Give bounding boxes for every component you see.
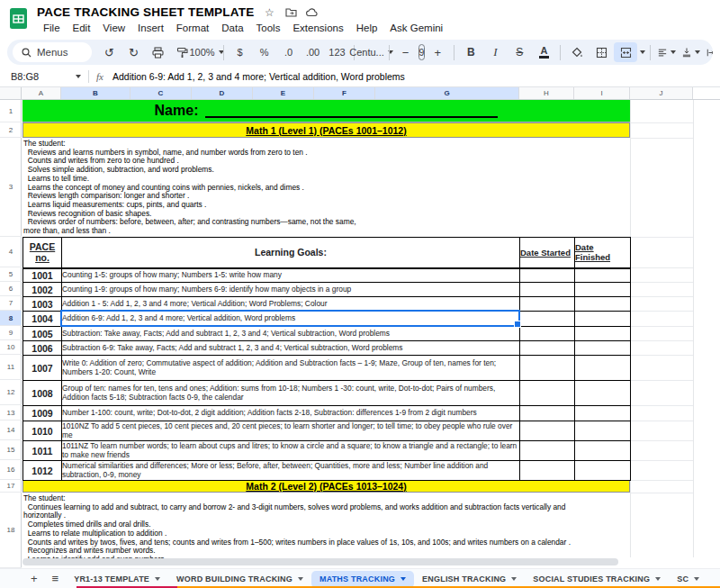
borders-button[interactable] bbox=[590, 42, 613, 62]
row-header-12[interactable]: 12 bbox=[0, 380, 22, 405]
learning-goal-cell[interactable]: Group of ten: names for ten, tens and on… bbox=[62, 381, 520, 406]
date-started-cell[interactable] bbox=[520, 312, 575, 327]
row-header-3[interactable]: 3 bbox=[0, 138, 22, 237]
learning-goal-cell[interactable]: Numerical similarities and differences; … bbox=[62, 461, 520, 481]
date-finished-cell[interactable] bbox=[575, 461, 631, 481]
learning-goal-cell[interactable]: Subtraction: Take away, Facts; Add and s… bbox=[62, 327, 520, 341]
column-header-j[interactable]: J bbox=[630, 87, 693, 99]
all-sheets-button[interactable]: ≡ bbox=[45, 571, 67, 587]
selection-fill-handle[interactable] bbox=[514, 321, 521, 328]
menu-item-format[interactable]: Format bbox=[170, 21, 215, 35]
sheet-tab-yr1-13-template[interactable]: YR1-13 TEMPLATE bbox=[66, 571, 168, 588]
pace-no-cell[interactable]: 1005 bbox=[23, 327, 62, 341]
menu-item-file[interactable]: File bbox=[37, 21, 67, 35]
row-header-5[interactable]: 5 bbox=[0, 267, 22, 282]
undo-button[interactable]: ↺ bbox=[98, 42, 122, 62]
row-header-13[interactable]: 13 bbox=[0, 405, 22, 421]
learning-goal-cell[interactable]: 1011NZ To learn number words; to learn a… bbox=[62, 441, 520, 461]
date-finished-cell[interactable] bbox=[575, 341, 631, 356]
row-header-7[interactable]: 7 bbox=[0, 296, 22, 311]
learning-goals-header[interactable]: Learning Goals: bbox=[62, 238, 520, 268]
redo-button[interactable]: ↻ bbox=[122, 42, 146, 62]
pace-no-cell[interactable]: 1007 bbox=[23, 356, 62, 381]
section-header-math1[interactable]: Math 1 (Level 1) (PACEs 1001–1012) bbox=[22, 122, 630, 138]
text-wrap-button[interactable] bbox=[704, 42, 713, 62]
pace-no-cell[interactable]: 1004 bbox=[23, 312, 62, 327]
row-header-10[interactable]: 10 bbox=[0, 340, 22, 355]
star-icon[interactable]: ☆ bbox=[263, 6, 275, 19]
pace-no-cell[interactable]: 1002 bbox=[23, 283, 62, 297]
document-title[interactable]: PACE TRACKING SHEET TEMPLATE bbox=[37, 5, 254, 19]
column-header-b[interactable]: B bbox=[61, 87, 130, 99]
menu-item-tools[interactable]: Tools bbox=[250, 21, 287, 35]
sheet-tab-social-studies-tracking[interactable]: SOCIAL STUDIES TRACKING bbox=[525, 571, 669, 588]
row-header-14[interactable]: 14 bbox=[0, 421, 22, 440]
row-header-2[interactable]: 2 bbox=[0, 122, 22, 138]
learning-goal-cell[interactable]: Number 1-100: count, write; Dot-to-dot, … bbox=[62, 406, 520, 421]
section-header-math2[interactable]: Math 2 (Level 2) (PACEs 1013–1024) bbox=[22, 480, 630, 493]
date-finished-cell[interactable] bbox=[575, 381, 631, 406]
row-header-1[interactable]: 1 bbox=[0, 100, 22, 122]
sheet-tab-word-building-tracking[interactable]: WORD BUILDING TRACKING bbox=[168, 571, 311, 588]
row-header-6[interactable]: 6 bbox=[0, 282, 22, 296]
pace-no-cell[interactable]: 1006 bbox=[23, 341, 62, 356]
formula-input[interactable]: Addition 6-9: Add 1, 2, 3 and 4 more; Ve… bbox=[112, 71, 405, 82]
row-header-9[interactable]: 9 bbox=[0, 326, 22, 340]
decrease-font-size-button[interactable]: − bbox=[394, 42, 418, 62]
column-header-a[interactable]: A bbox=[22, 87, 61, 99]
row-header-15[interactable]: 15 bbox=[0, 440, 22, 460]
pace-no-cell[interactable]: 1011 bbox=[23, 441, 62, 461]
pace-no-cell[interactable]: 1008 bbox=[23, 381, 62, 406]
math1-description-cell[interactable]: The student: Reviews and learns numbers … bbox=[23, 140, 356, 236]
pace-no-cell[interactable]: 1010 bbox=[23, 421, 62, 441]
learning-goal-cell[interactable]: Subtraction 6-9: Take away, Facts; Add a… bbox=[62, 341, 520, 356]
menu-item-view[interactable]: View bbox=[96, 21, 131, 35]
cloud-saved-icon[interactable] bbox=[306, 6, 319, 19]
date-finished-cell[interactable] bbox=[575, 441, 631, 461]
date-finished-cell[interactable] bbox=[575, 406, 631, 421]
date-started-cell[interactable] bbox=[520, 356, 575, 381]
name-row-cell[interactable]: Name: bbox=[22, 100, 630, 122]
horizontal-align-button[interactable] bbox=[655, 42, 679, 62]
date-finished-cell[interactable] bbox=[575, 297, 631, 312]
learning-goal-cell[interactable]: Counting 1-9: groups of how many; Number… bbox=[62, 283, 520, 297]
menu-item-insert[interactable]: Insert bbox=[131, 21, 170, 35]
date-started-cell[interactable] bbox=[520, 381, 575, 406]
format-percent-button[interactable]: % bbox=[253, 42, 276, 62]
column-header-h[interactable]: H bbox=[519, 87, 574, 99]
row-header-8[interactable]: 8 bbox=[0, 311, 22, 326]
date-started-cell[interactable] bbox=[520, 297, 575, 312]
fill-color-button[interactable] bbox=[565, 42, 589, 62]
font-size-input[interactable]: 9 bbox=[418, 44, 426, 60]
menu-item-ask-gemini[interactable]: Ask Gemini bbox=[383, 21, 449, 35]
sheet-tab-english-tracking[interactable]: ENGLISH TRACKING bbox=[414, 571, 525, 588]
sheet-tab-sc[interactable]: SC bbox=[669, 571, 707, 588]
increase-font-size-button[interactable]: + bbox=[426, 42, 449, 62]
date-started-cell[interactable] bbox=[520, 441, 575, 461]
column-header-f[interactable]: F bbox=[314, 87, 375, 99]
date-started-cell[interactable] bbox=[520, 461, 575, 481]
menu-item-edit[interactable]: Edit bbox=[67, 21, 97, 35]
row-header-16[interactable]: 16 bbox=[0, 460, 22, 480]
date-finished-header[interactable]: Date Finished bbox=[575, 238, 631, 268]
math2-description-cell[interactable]: The student: Continues learning to add a… bbox=[23, 494, 571, 565]
date-started-cell[interactable] bbox=[520, 268, 575, 283]
pace-no-cell[interactable]: 1001 bbox=[23, 268, 62, 283]
vertical-align-button[interactable] bbox=[680, 42, 703, 62]
select-all-corner[interactable] bbox=[0, 87, 22, 99]
increase-decimal-button[interactable]: .00 bbox=[302, 42, 325, 62]
date-started-cell[interactable] bbox=[520, 327, 575, 341]
date-finished-cell[interactable] bbox=[575, 327, 631, 341]
date-finished-cell[interactable] bbox=[575, 421, 631, 441]
strikethrough-button[interactable]: S bbox=[508, 42, 531, 62]
date-finished-cell[interactable] bbox=[575, 312, 631, 327]
column-header-c[interactable]: C bbox=[130, 87, 192, 99]
date-finished-cell[interactable] bbox=[575, 356, 631, 381]
date-started-cell[interactable] bbox=[520, 421, 575, 441]
name-box[interactable]: B8:G8 bbox=[0, 71, 81, 82]
row-header-11[interactable]: 11 bbox=[0, 355, 22, 380]
pace-no-cell[interactable]: 1009 bbox=[23, 406, 62, 421]
merge-cells-button[interactable] bbox=[614, 42, 637, 62]
learning-goal-cell[interactable]: 1010NZ To add 5 cent pieces, 10 cent pie… bbox=[62, 421, 520, 441]
merge-options-caret[interactable] bbox=[640, 50, 645, 54]
